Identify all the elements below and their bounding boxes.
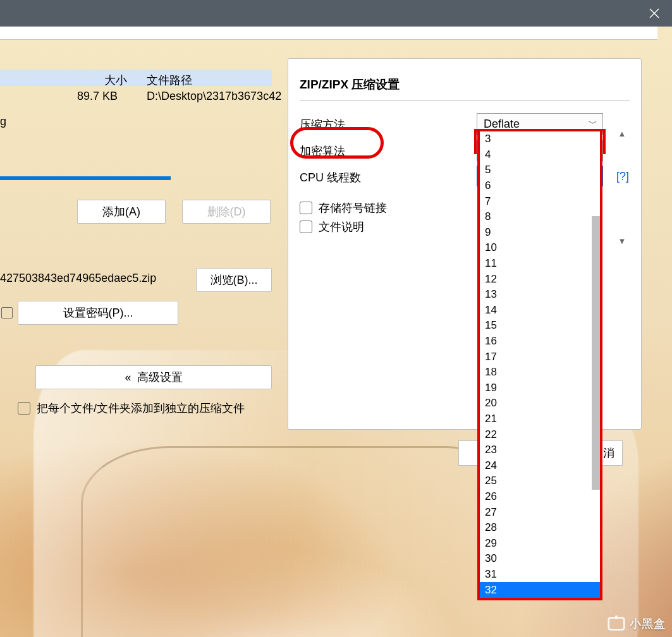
dropdown-item[interactable]: 12 [480,271,600,287]
heybox-logo-icon [607,614,626,633]
watermark-text: 小黑盒 [630,616,666,631]
dropdown-item[interactable]: 17 [480,349,600,365]
dropdown-item[interactable]: 19 [480,380,600,396]
advanced-settings-button[interactable]: « 高级设置 [35,365,272,389]
cancel-button-label-tail: 消 [603,446,614,461]
left-side-checkbox[interactable] [1,307,13,318]
watermark: 小黑盒 [607,614,666,633]
close-icon [649,8,659,18]
dropdown-item[interactable]: 31 [480,567,600,583]
dropdown-item[interactable]: 18 [480,365,600,380]
dropdown-item[interactable]: 27 [480,504,600,520]
col-path-header[interactable]: 文件路径 [147,73,192,88]
dropdown-scrollbar-thumb[interactable] [592,216,600,490]
svg-rect-3 [615,616,618,619]
dropdown-item[interactable]: 13 [480,287,600,303]
dropdown-item[interactable]: 22 [480,427,600,442]
set-password-label: 设置密码(P)... [63,305,133,320]
dropdown-item[interactable]: 15 [480,318,600,334]
dropdown-item[interactable]: 23 [480,442,600,458]
checkbox-box-icon [300,221,312,233]
add-button-label: 添加(A) [102,204,140,219]
dropdown-item[interactable]: 29 [480,535,600,551]
dropdown-item[interactable]: 11 [480,256,600,272]
guillemets-icon: « [125,371,133,384]
cell-path: D:\Desktop\2317b3673c42 [147,90,281,103]
svg-rect-2 [609,618,624,630]
store-symlinks-label: 存储符号链接 [319,200,387,215]
chevron-down-icon: ﹀ [589,118,597,130]
dropdown-item[interactable]: 8 [480,209,600,225]
close-button[interactable] [637,0,672,27]
list-selection-bar [0,176,171,180]
cell-ext-fragment: g [0,115,6,128]
dropdown-item[interactable]: 3 [480,131,600,147]
selected-header-highlight [0,70,272,86]
dropdown-item[interactable]: 14 [480,303,600,318]
dropdown-item[interactable]: 30 [480,551,600,567]
dropdown-item[interactable]: 24 [480,458,600,473]
output-filename: 427503843ed74965edaec5.zip [0,272,156,285]
each-file-label: 把每个文件/文件夹添加到独立的压缩文件 [37,401,245,416]
dropdown-item[interactable]: 26 [480,489,600,505]
file-description-checkbox[interactable]: 文件说明 [300,219,364,234]
add-button[interactable]: 添加(A) [77,200,166,224]
col-size-header[interactable]: 大小 [104,73,127,88]
cell-size: 89.7 KB [77,90,118,103]
dropdown-item[interactable]: 5 [480,162,600,178]
dropdown-item[interactable]: 10 [480,240,600,256]
dropdown-item[interactable]: 16 [480,334,600,349]
browse-button[interactable]: 浏览(B)... [196,268,272,292]
spin-down-icon[interactable]: ▼ [614,236,630,246]
titlebar [0,0,672,27]
compression-dialog: 大小 文件路径 89.7 KB D:\Desktop\2317b3673c42 … [0,27,657,40]
delete-button: 删除(D) [182,200,271,224]
set-password-button[interactable]: 设置密码(P)... [18,301,178,325]
dropdown-item[interactable]: 28 [480,520,600,536]
dropdown-item[interactable]: 21 [480,411,600,427]
file-description-label: 文件说明 [319,219,364,234]
dropdown-item[interactable]: 25 [480,473,600,489]
checkbox-box-icon [300,202,312,214]
each-file-checkbox[interactable]: 把每个文件/文件夹添加到独立的压缩文件 [18,401,245,416]
left-panel: 大小 文件路径 89.7 KB D:\Desktop\2317b3673c42 … [0,27,272,415]
add-delete-row: 添加(A) 删除(D) [0,200,272,222]
panel-title: ZIP/ZIPX 压缩设置 [300,76,400,93]
dropdown-item[interactable]: 6 [480,178,600,194]
store-symlinks-checkbox[interactable]: 存储符号链接 [300,200,387,215]
divider [300,100,630,101]
delete-button-label: 删除(D) [207,204,246,219]
dropdown-item[interactable]: 4 [480,147,600,163]
browse-button-label: 浏览(B)... [211,272,258,288]
label-compress-method: 压缩方法 [300,117,345,132]
dropdown-item[interactable]: 7 [480,193,600,209]
label-cpu-threads: CPU 线程数 [300,170,361,185]
spin-up-icon[interactable]: ▲ [614,128,630,138]
dropdown-item[interactable]: 32 [480,582,600,598]
label-encryption: 加密算法 [300,143,345,159]
threads-dropdown-list[interactable]: 3456789101112131415161718192021222324252… [477,129,602,600]
spin-buttons: ▲ ▼ [614,59,630,173]
dropdown-item[interactable]: 9 [480,225,600,241]
checkbox-box-icon [18,402,30,415]
advanced-settings-label: 高级设置 [137,370,183,385]
dropdown-item[interactable]: 20 [480,396,600,411]
